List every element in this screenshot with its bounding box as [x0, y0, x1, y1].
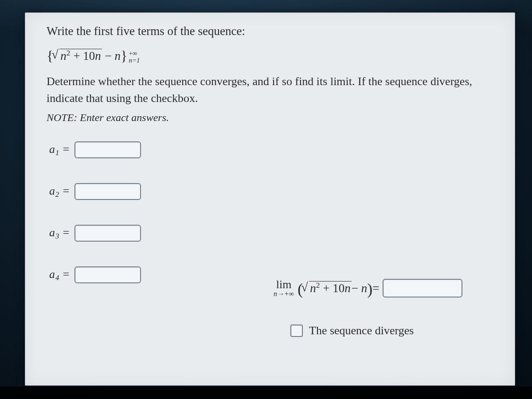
term-row-2: a2 = — [49, 183, 496, 200]
term-label: a4 = — [49, 268, 70, 282]
a1-input[interactable] — [74, 141, 141, 158]
sqrt-expression-limit: √n2 + 10n — [303, 281, 352, 296]
right-paren-icon: ) — [367, 280, 372, 298]
right-brace: } — [121, 48, 127, 64]
a4-input[interactable] — [74, 266, 141, 283]
term-row-1: a1 = — [49, 141, 496, 158]
a2-input[interactable] — [74, 183, 141, 200]
radicand: n2 + 10n — [59, 49, 102, 63]
diverges-label: The sequence diverges — [309, 324, 414, 337]
diverges-checkbox[interactable] — [290, 325, 303, 337]
diverges-row: The sequence diverges — [290, 324, 531, 337]
index-limits: +∞n=1 — [129, 50, 140, 64]
sqrt-expression: √n2 + 10n — [53, 48, 102, 63]
term-label: a1 = — [49, 143, 70, 157]
radical-icon: √ — [51, 47, 58, 62]
radical-icon: √ — [301, 280, 308, 294]
answer-rows: a1 = a2 = a3 = a4 = — [49, 141, 496, 283]
limit-expression: lim n→+∞ (√n2 + 10n − n)= — [274, 279, 531, 297]
lim-stack: lim n→+∞ — [274, 279, 294, 297]
limit-and-diverge: lim n→+∞ (√n2 + 10n − n)= The sequence d… — [274, 279, 531, 337]
note: NOTE: Enter exact answers. — [47, 112, 496, 124]
term-label: a2 = — [49, 184, 70, 199]
limit-input[interactable] — [383, 279, 462, 297]
sequence-definition: {√n2 + 10n − n}+∞n=1 — [47, 48, 496, 64]
note-label: NOTE: — [47, 112, 77, 123]
limit-equals: = — [372, 282, 379, 295]
problem-body: Determine whether the sequence converges… — [47, 73, 496, 106]
a3-input[interactable] — [74, 225, 141, 242]
sequence-tail: − n — [102, 49, 121, 63]
problem-card: Write the first five terms of the sequen… — [25, 12, 515, 386]
problem-title: Write the first five terms of the sequen… — [47, 24, 496, 38]
term-label: a3 = — [49, 226, 70, 241]
device-bottom-bar — [0, 387, 532, 399]
term-row-3: a3 = — [49, 225, 496, 242]
note-text: Enter exact answers. — [77, 112, 169, 123]
limit-tail: − n — [352, 282, 367, 295]
radicand: n2 + 10n — [309, 281, 352, 295]
